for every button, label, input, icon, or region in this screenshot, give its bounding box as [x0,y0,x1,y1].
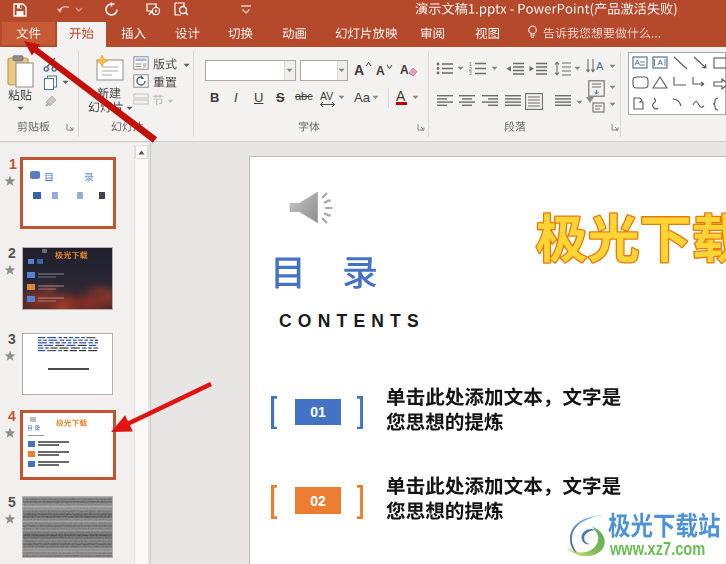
svg-text:A: A [400,63,409,77]
svg-text:A: A [596,60,604,72]
svg-text:3: 3 [469,70,472,75]
svg-text:A: A [635,58,641,67]
svg-text:A: A [658,58,664,67]
